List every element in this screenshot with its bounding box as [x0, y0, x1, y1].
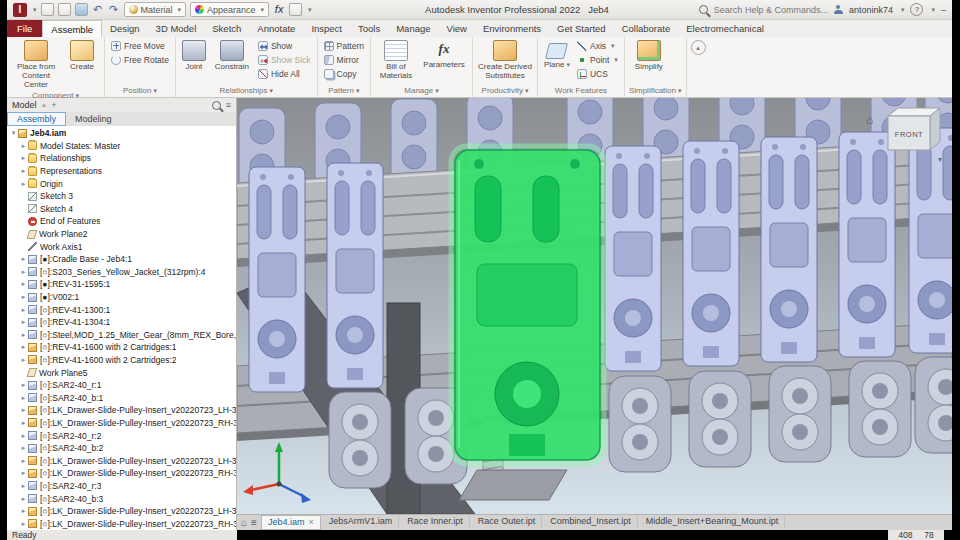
close-panel-icon[interactable]: × — [42, 101, 47, 110]
ribbon-tab-inspect[interactable]: Inspect — [303, 20, 350, 37]
tree-expander-icon[interactable]: ▸ — [19, 495, 28, 503]
show-sick-button[interactable]: Show Sick — [256, 53, 313, 66]
tree-expander-icon[interactable]: ▸ — [19, 293, 28, 301]
tree-expander-icon[interactable]: ▸ — [19, 167, 28, 175]
foot-block[interactable] — [459, 470, 567, 500]
browser-panel-title[interactable]: Model — [12, 100, 37, 110]
constrain-button[interactable]: Constrain — [211, 39, 253, 72]
tree-item[interactable]: Sketch 3 — [7, 190, 236, 203]
tree-item[interactable]: ▸[●]:Cradle Base - Jeb4:1 — [7, 253, 236, 266]
show-button[interactable]: Show — [256, 39, 313, 52]
customize-toolbar-caret-icon[interactable]: ▾ — [308, 6, 312, 14]
tree-item[interactable]: ▸[○]:SAR2-40_r:1 — [7, 379, 236, 392]
tree-item[interactable]: ▸[○]:SAR2-40_b:3 — [7, 492, 236, 505]
document-tab-race-inner-ipt[interactable]: Race Inner.ipt — [401, 515, 470, 528]
tree-item[interactable]: ▾Jeb4.iam — [7, 127, 236, 140]
tree-expander-icon[interactable]: ▸ — [19, 444, 28, 452]
search-icon[interactable] — [699, 5, 708, 14]
browser-tab-assembly[interactable]: Assembly — [7, 112, 66, 126]
save-icon[interactable] — [75, 3, 88, 16]
tree-item[interactable]: ▸[○]:LK_Drawer-Slide-Pulley-Insert_v2022… — [7, 417, 236, 430]
tree-expander-icon[interactable]: ▸ — [19, 268, 28, 276]
tree-expander-icon[interactable]: ▸ — [19, 457, 28, 465]
viewcube-menu-caret-icon[interactable]: ▾ — [938, 155, 942, 164]
ribbon-collapse-button[interactable]: ▴ — [691, 40, 706, 55]
tree-item[interactable]: End of Features — [7, 215, 236, 228]
document-tab-jebsarmv1-iam[interactable]: JebsArmV1.iam — [323, 515, 400, 528]
simplify-button[interactable]: Simplify — [629, 39, 669, 72]
ribbon-tab-design[interactable]: Design — [102, 20, 148, 37]
copy-button[interactable]: Copy — [322, 67, 366, 80]
viewcube-front-label[interactable]: FRONT — [895, 130, 923, 139]
ribbon-tab-collaborate[interactable]: Collaborate — [614, 20, 679, 37]
ribbon-tab-annotate[interactable]: Annotate — [249, 20, 303, 37]
tree-item[interactable]: Sketch 4 — [7, 203, 236, 216]
material-dropdown[interactable]: Material ▾ — [124, 2, 187, 17]
tree-expander-icon[interactable]: ▸ — [19, 507, 28, 515]
place-from-content-center-button[interactable]: Place from Content Center — [11, 39, 61, 90]
browser-menu-icon[interactable]: ≡ — [226, 100, 231, 110]
tree-expander-icon[interactable]: ▸ — [19, 154, 28, 162]
document-tab-jeb4-iam[interactable]: Jeb4.iam× — [261, 515, 321, 530]
tree-item[interactable]: ▸[○]:SAR2-40_r:2 — [7, 429, 236, 442]
browser-tab-modeling[interactable]: Modeling — [66, 112, 121, 126]
search-input[interactable]: Search Help & Commands... — [714, 5, 828, 15]
tree-item[interactable]: ▸[○]:SAR2-40_b:2 — [7, 442, 236, 455]
tree-item[interactable]: ▸[○]:SAR2-40_r:3 — [7, 480, 236, 493]
tree-item[interactable]: ▸[○]:REV-41-1300:1 — [7, 303, 236, 316]
home-icon[interactable]: ⌂ — [241, 517, 247, 528]
close-tab-icon[interactable]: × — [308, 516, 313, 529]
tree-item[interactable]: ▸Origin — [7, 177, 236, 190]
bill-of-materials-button[interactable]: Bill of Materials — [375, 39, 417, 81]
undo-icon[interactable]: ↶ — [92, 4, 104, 15]
open-file-icon[interactable] — [58, 3, 71, 16]
panel-label-relationships[interactable]: Relationships▾ — [180, 85, 313, 97]
file-tab[interactable]: File — [7, 20, 42, 37]
panel-label-work-features[interactable]: Work Features — [542, 85, 620, 97]
tree-item[interactable]: ▸[○]:LK_Drawer-Slide-Pulley-Insert_v2022… — [7, 517, 236, 530]
tree-item[interactable]: ▸[○]:REV-41-1304:1 — [7, 316, 236, 329]
ribbon-tab-sketch[interactable]: Sketch — [204, 20, 249, 37]
create-button[interactable]: Create — [64, 39, 100, 72]
help-caret-icon[interactable]: ▾ — [931, 6, 935, 14]
ribbon-tab-environments[interactable]: Environments — [475, 20, 549, 37]
selected-part-green[interactable] — [451, 146, 604, 464]
tree-expander-icon[interactable]: ▸ — [19, 343, 28, 351]
user-avatar-icon[interactable] — [834, 5, 843, 14]
ribbon-tab-tools[interactable]: Tools — [350, 20, 388, 37]
minimize-icon[interactable]: – — [941, 5, 946, 15]
tree-expander-icon[interactable]: ▸ — [19, 419, 28, 427]
panel-label-position[interactable]: Position▾ — [109, 85, 171, 97]
tree-item[interactable]: ▸Relationships — [7, 152, 236, 165]
tree-item[interactable]: ▸[○]:S203_Series_Yellow_Jacket_(312rpm):… — [7, 266, 236, 279]
ribbon-tab-3d-model[interactable]: 3D Model — [148, 20, 205, 37]
tree-item[interactable]: Work Plane5 — [7, 366, 236, 379]
home-icon[interactable]: ⌂ — [866, 113, 873, 127]
document-tab-middle-insert-bearing-mount-ipt[interactable]: Middle_Insert+Bearing_Mount.ipt — [640, 515, 785, 528]
redo-icon[interactable]: ↷ — [108, 4, 120, 15]
tree-item[interactable]: ▸[●]:V002:1 — [7, 291, 236, 304]
fx-icon[interactable]: fx — [273, 4, 285, 15]
free-move-button[interactable]: Free Move — [109, 39, 171, 52]
browser-search-icon[interactable] — [212, 101, 221, 110]
joint-button[interactable]: Joint — [180, 39, 208, 72]
tree-item[interactable]: Work Axis1 — [7, 240, 236, 253]
app-menu-caret-icon[interactable]: ▾ — [33, 6, 37, 14]
appearance-dropdown[interactable]: Appearance ▾ — [190, 2, 269, 17]
tree-expander-icon[interactable]: ▸ — [19, 142, 28, 150]
ribbon-tab-electromechanical[interactable]: Electromechanical — [678, 20, 772, 37]
panel-label-productivity[interactable]: Productivity▾ — [477, 85, 533, 97]
pattern-button[interactable]: Pattern — [322, 39, 366, 52]
tree-item[interactable]: ▸[○]:LK_Drawer-Slide-Pulley-Insert_v2022… — [7, 404, 236, 417]
tree-expander-icon[interactable]: ▸ — [19, 331, 28, 339]
tree-expander-icon[interactable]: ▸ — [19, 469, 28, 477]
tree-expander-icon[interactable]: ▸ — [19, 255, 28, 263]
tree-item[interactable]: ▸[●]:REV-31-1595:1 — [7, 278, 236, 291]
ribbon-tab-manage[interactable]: Manage — [388, 20, 438, 37]
ribbon-tab-assemble[interactable]: Assemble — [42, 20, 102, 37]
new-file-icon[interactable] — [41, 3, 54, 16]
tree-expander-icon[interactable]: ▸ — [19, 520, 28, 528]
point-button[interactable]: Point▾ — [575, 53, 620, 66]
tree-item[interactable]: ▸[○]:LK_Drawer-Slide-Pulley-Insert_v2022… — [7, 454, 236, 467]
tree-expander-icon[interactable]: ▸ — [19, 318, 28, 326]
